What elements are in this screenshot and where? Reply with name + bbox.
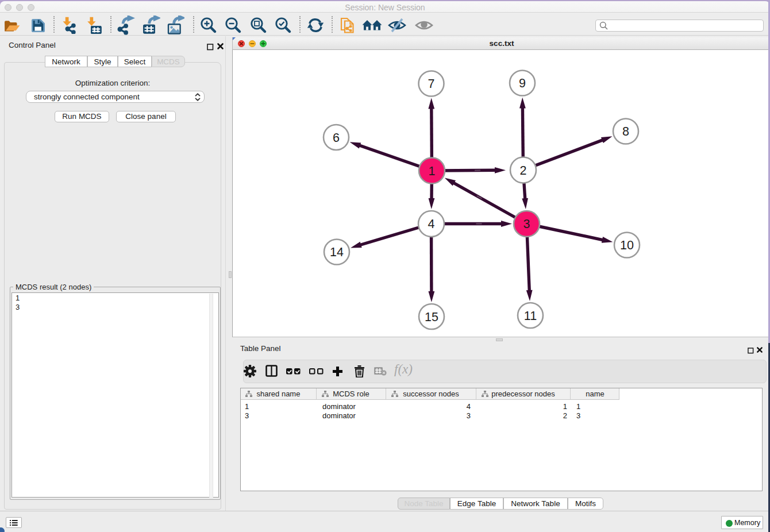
svg-text:9: 9 bbox=[519, 76, 526, 90]
svg-text:8: 8 bbox=[622, 125, 629, 138]
svg-text:1: 1 bbox=[429, 164, 436, 178]
svg-text:11: 11 bbox=[524, 309, 537, 323]
svg-text:15: 15 bbox=[425, 310, 438, 324]
svg-text:10: 10 bbox=[620, 238, 634, 252]
svg-text:14: 14 bbox=[330, 245, 344, 259]
svg-text:3: 3 bbox=[523, 217, 530, 231]
svg-text:4: 4 bbox=[428, 217, 435, 231]
svg-text:2: 2 bbox=[520, 164, 527, 178]
svg-text:6: 6 bbox=[333, 131, 340, 145]
svg-text:7: 7 bbox=[428, 77, 435, 91]
